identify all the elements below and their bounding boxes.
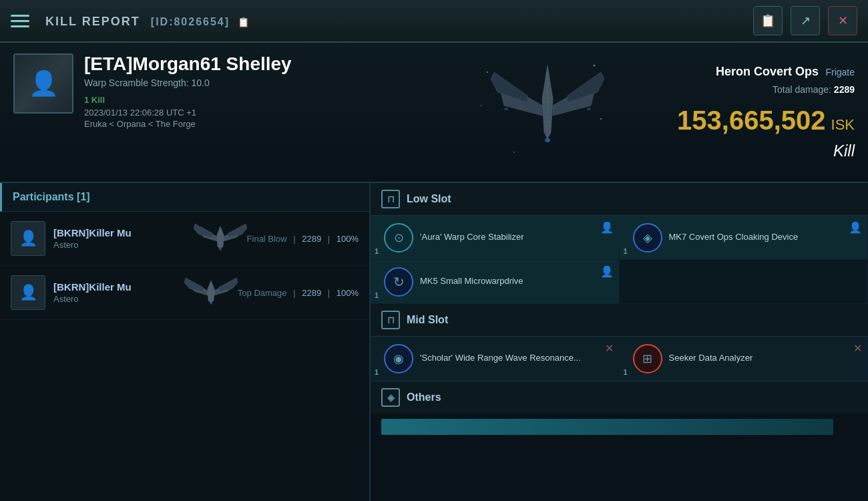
participant-stats: Top Damage | 2289 | 100% [238,288,359,298]
participant-ship-image [194,218,247,259]
participant-row[interactable]: 👤 [BKRN]Killer Mu Astero [0,266,369,320]
close-icon: ✕ [605,342,614,355]
participant-ship: Astero [53,240,188,250]
victim-date: 2023/01/13 22:06:28 UTC +1 [84,108,454,118]
participant-ship-image [184,273,238,313]
mid-slot-grid: 1 ◉ 'Scholar' Wide Range Wave Resonance.… [371,337,868,381]
slot-item[interactable]: 1 ↻ MK5 Small Microwarpdrive 👤 [371,260,620,304]
victim-name: [ETA]Morgan61 Shelley [84,53,454,75]
participant-ship: Astero [53,294,179,304]
header: KILL REPORT [ID:8026654] 📋 📋 ↗ ✕ [0,0,868,43]
person-icon: 👤 [600,221,614,234]
kill-info: Heron Covert Ops Frigate Total damage: 2… [641,53,855,171]
victim-location: Eruka < Orpana < The Forge [84,119,454,129]
svg-marker-23 [208,281,214,303]
low-slot-section: ⊓ Low Slot 1 ⊙ 'Aura' Warp Core Stabiliz… [371,183,868,304]
svg-point-2 [513,152,515,153]
mid-slot-header: ⊓ Mid Slot [371,304,868,337]
export-button[interactable]: ↗ [791,6,820,35]
damage-label: Total damage: 2289 [641,84,855,95]
svg-point-10 [545,138,550,142]
participant-avatar: 👤 [11,221,45,256]
page-title: KILL REPORT [ID:8026654] 📋 [45,12,753,29]
svg-point-3 [600,118,602,120]
others-header: ◈ Others [371,381,868,413]
others-icon: ◈ [381,388,400,407]
item-name: 'Aura' Warp Core Stabilizer [420,232,611,243]
others-bar [381,419,833,435]
ship-svg [474,52,621,172]
victim-avatar: 👤 [13,53,73,114]
close-button[interactable]: ✕ [828,6,857,35]
item-name: 'Scholar' Wide Range Wave Resonance... [420,353,611,364]
victim-warp-strength: Warp Scramble Strength: 10.0 [84,77,454,88]
participant-info: [BKRN]Killer Mu Astero [53,227,188,250]
mid-slot-icon: ⊓ [381,311,400,329]
main-content: Participants [1] 👤 [BKRN]Killer Mu Aster… [0,183,868,501]
participant-info: [BKRN]Killer Mu Astero [53,281,179,304]
others-label: Others [407,391,441,403]
copy-button[interactable]: 📋 [753,6,783,35]
low-slot-label: Low Slot [407,193,451,205]
isk-value: 153,665,502 [677,107,825,134]
ship-image-area [454,53,641,171]
item-name: MK5 Small Microwarpdrive [420,276,611,287]
equipment-panel: ⊓ Low Slot 1 ⊙ 'Aura' Warp Core Stabiliz… [371,183,868,501]
participant-name: [BKRN]Killer Mu [53,227,188,238]
participants-header: Participants [1] [0,183,369,212]
svg-point-28 [210,303,212,305]
item-icon: ⊙ [384,223,413,253]
victim-info: [ETA]Morgan61 Shelley Warp Scramble Stre… [84,53,454,171]
item-icon: ◉ [384,344,413,373]
svg-point-11 [504,108,508,110]
menu-icon[interactable] [11,9,35,33]
ship-type: Heron Covert Ops Frigate [641,65,855,79]
low-slot-header: ⊓ Low Slot [371,183,868,216]
low-slot-icon: ⊓ [381,190,400,208]
svg-point-4 [480,105,481,106]
svg-point-0 [487,71,488,73]
close-icon: ✕ [853,342,862,355]
victim-kills: 1 Kill [84,95,454,105]
isk-label: ISK [831,116,855,134]
participant-stats: Final Blow | 2289 | 100% [247,234,359,244]
item-name: MK7 Covert Ops Cloaking Device [669,232,860,243]
header-actions: 📋 ↗ ✕ [753,6,857,35]
mid-slot-section: ⊓ Mid Slot 1 ◉ 'Scholar' Wide Range Wave… [371,304,868,381]
slot-item-empty [620,260,869,304]
avatar-image: 👤 [15,55,72,112]
svg-point-12 [587,108,591,110]
slot-item[interactable]: 1 ◉ 'Scholar' Wide Range Wave Resonance.… [371,337,620,381]
person-icon: 👤 [849,221,862,234]
mid-slot-label: Mid Slot [407,314,448,326]
isk-row: 153,665,502 ISK [641,102,855,134]
slot-item[interactable]: 1 ◈ MK7 Covert Ops Cloaking Device 👤 [620,216,869,260]
slot-item[interactable]: 1 ⊞ Seeker Data Analyzer ✕ [620,337,869,381]
svg-marker-17 [217,226,224,248]
result-badge: Kill [641,142,855,160]
svg-point-1 [594,65,596,67]
participants-panel: Participants [1] 👤 [BKRN]Killer Mu Aster… [0,183,371,501]
participant-row[interactable]: 👤 [BKRN]Killer Mu Astero [0,212,369,266]
item-icon: ⊞ [633,344,662,373]
victim-section: 👤 [ETA]Morgan61 Shelley Warp Scramble St… [0,43,868,183]
person-icon: 👤 [600,265,614,278]
participant-name: [BKRN]Killer Mu [53,281,179,293]
item-icon: ↻ [384,267,413,297]
participant-avatar: 👤 [11,275,45,310]
others-bar-container [371,413,868,440]
low-slot-grid: 1 ⊙ 'Aura' Warp Core Stabilizer 👤 1 ◈ MK… [371,216,868,304]
svg-point-22 [219,248,222,251]
item-name: Seeker Data Analyzer [669,353,860,364]
item-icon: ◈ [633,223,662,253]
slot-item[interactable]: 1 ⊙ 'Aura' Warp Core Stabilizer 👤 [371,216,620,260]
